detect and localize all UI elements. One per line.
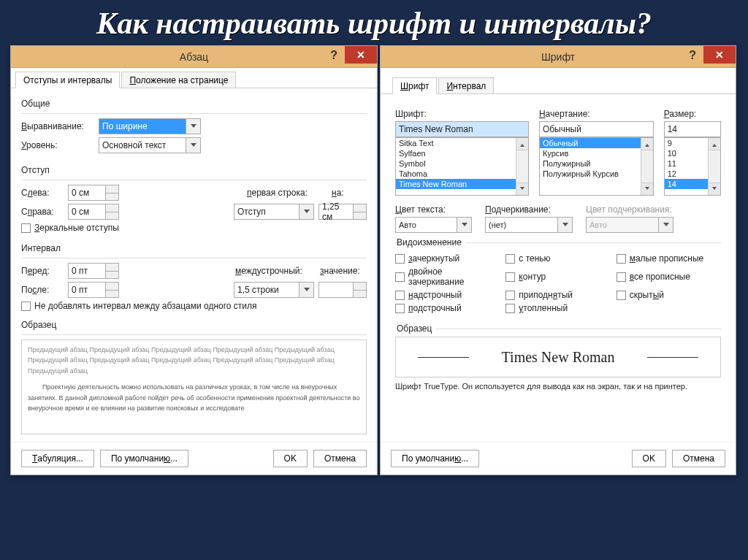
smallcaps-checkbox[interactable]: малые прописные bbox=[617, 253, 721, 264]
spacing-before-label: Перед: bbox=[21, 266, 64, 276]
linespacing-label: междустрочный: bbox=[235, 266, 316, 276]
shadow-checkbox[interactable]: с тенью bbox=[505, 253, 610, 264]
underline-color-combo: Авто bbox=[586, 217, 673, 233]
indent-left-spinner[interactable]: 0 см bbox=[68, 185, 119, 201]
hidden-checkbox[interactable]: скрытый bbox=[617, 290, 721, 300]
alignment-combo[interactable]: По ширине bbox=[99, 118, 201, 134]
font-size-label: Размер: bbox=[664, 109, 721, 119]
help-icon[interactable]: ? bbox=[684, 47, 701, 64]
font-name-label: Шрифт: bbox=[395, 109, 529, 119]
tabs-button[interactable]: Табуляция... bbox=[21, 450, 94, 467]
linespacing-combo[interactable]: 1,5 строки bbox=[234, 282, 314, 298]
outline-checkbox[interactable]: контур bbox=[505, 266, 610, 287]
paragraph-tabs: Отступы и интервалы Положение на страниц… bbox=[11, 68, 377, 88]
level-combo[interactable]: Основной текст bbox=[99, 137, 201, 153]
firstline-by-spinner[interactable]: 1,25 см bbox=[318, 204, 367, 220]
chevron-down-icon bbox=[186, 119, 200, 134]
firstline-label: первая строка: bbox=[247, 188, 327, 198]
paragraph-title: Абзац bbox=[11, 51, 377, 63]
underline-color-label: Цвет подчеркивания: bbox=[586, 204, 673, 215]
chevron-down-icon bbox=[658, 218, 673, 232]
indent-left-label: Слева: bbox=[21, 188, 64, 198]
default-button[interactable]: По умолчанию... bbox=[391, 450, 479, 467]
dont-add-space-checkbox[interactable]: Не добавлять интервал между абзацами одн… bbox=[21, 301, 257, 311]
mirror-indents-checkbox[interactable]: Зеркальные отступы bbox=[21, 223, 119, 233]
truetype-note: Шрифт TrueType. Он используется для выво… bbox=[395, 382, 721, 391]
chevron-down-icon bbox=[557, 218, 572, 232]
font-tabs: Шрифт Интервал bbox=[381, 68, 736, 94]
font-color-combo[interactable]: Авто bbox=[395, 217, 472, 233]
level-label: Уровень: bbox=[21, 140, 94, 150]
by-label: на: bbox=[332, 188, 367, 198]
font-name-input[interactable]: Times New Roman bbox=[395, 121, 529, 137]
chevron-down-icon bbox=[299, 204, 313, 219]
emboss-checkbox[interactable]: приподнятый bbox=[505, 290, 610, 300]
close-icon[interactable]: ✕ bbox=[345, 46, 377, 64]
paragraph-sample: Предыдущий абзац Предыдущий абзац Предыд… bbox=[21, 340, 367, 434]
ok-button[interactable]: OK bbox=[273, 450, 308, 467]
subscript-checkbox[interactable]: подстрочный bbox=[395, 303, 500, 313]
help-icon[interactable]: ? bbox=[326, 47, 342, 64]
font-style-input[interactable]: Обычный bbox=[539, 121, 654, 137]
group-sample: Образец bbox=[21, 320, 367, 330]
firstline-combo[interactable]: Отступ bbox=[234, 204, 314, 220]
linespacing-at-spinner[interactable] bbox=[318, 282, 367, 298]
cancel-button[interactable]: Отмена bbox=[672, 450, 725, 467]
allcaps-checkbox[interactable]: все прописные bbox=[617, 266, 721, 287]
scrollbar[interactable] bbox=[641, 138, 653, 195]
size-listbox[interactable]: 9 10 11 12 14 bbox=[665, 138, 708, 195]
font-size-input[interactable]: 14 bbox=[664, 121, 721, 137]
font-columns: Шрифт: Times New Roman Sitka Text Sylfae… bbox=[395, 109, 721, 196]
tab-font[interactable]: Шрифт bbox=[392, 77, 437, 94]
font-title: Шрифт bbox=[381, 51, 736, 63]
spacing-before-spinner[interactable]: 0 пт bbox=[68, 263, 119, 279]
spacing-after-spinner[interactable]: 0 пт bbox=[68, 282, 119, 298]
default-button[interactable]: По умолчанию... bbox=[100, 450, 188, 467]
underline-combo[interactable]: (нет) bbox=[485, 217, 573, 233]
alignment-label: Выравнивание: bbox=[21, 121, 94, 131]
font-listbox[interactable]: Sitka Text Sylfaen Symbol Tahoma Times N… bbox=[396, 138, 516, 195]
group-indent: Отступ bbox=[21, 165, 367, 175]
paragraph-body: Общие Выравнивание: По ширине Уровень: О… bbox=[11, 88, 377, 442]
indent-right-label: Справа: bbox=[21, 207, 64, 217]
style-listbox[interactable]: Обычный Курсив Полужирный Полужирный Кур… bbox=[540, 138, 641, 195]
ok-button[interactable]: OK bbox=[632, 450, 666, 467]
group-effects: Видоизменение зачеркнутый с тенью малые … bbox=[395, 237, 721, 319]
paragraph-dialog: Абзац ? ✕ Отступы и интервалы Положение … bbox=[10, 45, 378, 475]
paragraph-titlebar: Абзац ? ✕ bbox=[11, 46, 377, 68]
tab-position[interactable]: Положение на странице bbox=[121, 72, 236, 88]
slide-title: Как настраивать шрифт и интервалы? bbox=[0, 0, 748, 45]
tab-interval[interactable]: Интервал bbox=[438, 77, 494, 94]
font-footer: По умолчанию... OK Отмена bbox=[381, 442, 736, 475]
cancel-button[interactable]: Отмена bbox=[313, 450, 367, 467]
indent-right-spinner[interactable]: 0 см bbox=[68, 204, 119, 220]
group-font-sample: Образец Times New Roman Шрифт TrueType. … bbox=[395, 323, 721, 391]
strikethrough-checkbox[interactable]: зачеркнутый bbox=[395, 253, 500, 264]
chevron-down-icon bbox=[457, 218, 471, 232]
linespacing-at-label: значение: bbox=[320, 266, 367, 276]
font-sample: Times New Roman bbox=[395, 337, 721, 377]
group-spacing: Интервал bbox=[21, 243, 367, 253]
underline-label: Подчеркивание: bbox=[485, 204, 573, 215]
chevron-down-icon bbox=[186, 138, 200, 153]
font-color-label: Цвет текста: bbox=[395, 204, 472, 215]
chevron-down-icon bbox=[299, 283, 313, 297]
paragraph-footer: Табуляция... По умолчанию... OK Отмена bbox=[11, 442, 377, 475]
double-strikethrough-checkbox[interactable]: двойное зачеркивание bbox=[395, 266, 500, 287]
scrollbar[interactable] bbox=[708, 138, 720, 195]
close-icon[interactable]: ✕ bbox=[703, 46, 736, 64]
superscript-checkbox[interactable]: надстрочный bbox=[395, 290, 500, 300]
font-body: Шрифт: Times New Roman Sitka Text Sylfae… bbox=[381, 94, 736, 442]
font-style-label: Начертание: bbox=[539, 109, 654, 119]
tab-indents[interactable]: Отступы и интервалы bbox=[15, 72, 120, 88]
scrollbar[interactable] bbox=[516, 138, 528, 195]
group-general: Общие bbox=[21, 99, 367, 109]
font-dialog: Шрифт ? ✕ Шрифт Интервал Шрифт: Times Ne… bbox=[380, 45, 736, 475]
engrave-checkbox[interactable]: утопленный bbox=[505, 303, 610, 313]
font-titlebar: Шрифт ? ✕ bbox=[381, 46, 736, 68]
spacing-after-label: После: bbox=[21, 285, 64, 295]
